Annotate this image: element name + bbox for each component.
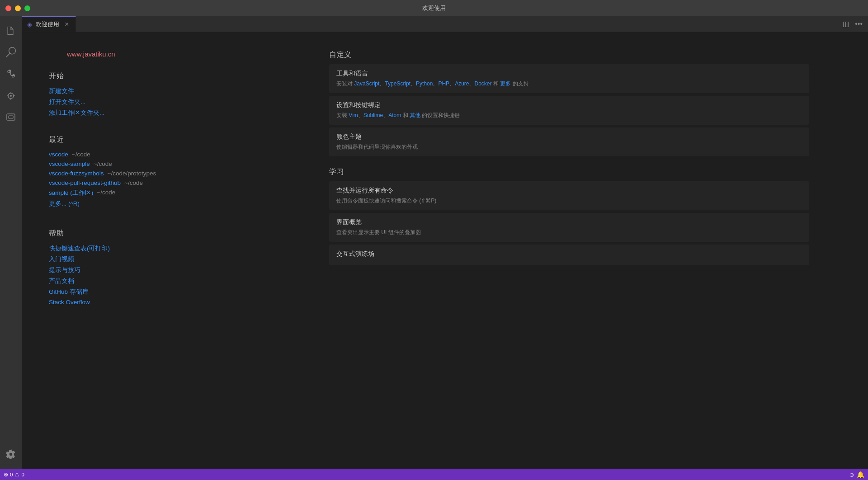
learn-section-title: 学习 [329, 167, 809, 177]
recent-item-name[interactable]: vscode-pull-request-github [49, 179, 121, 186]
error-count[interactable]: ⊗ 0 ⚠ 0 [4, 471, 24, 478]
color-theme-card[interactable]: 颜色主题 使编辑器和代码呈现你喜欢的外观 [329, 127, 809, 156]
sidebar-item-source-control[interactable] [0, 63, 22, 85]
new-file-link[interactable]: 新建文件 [49, 87, 302, 95]
list-item: vscode-pull-request-github ~/code [49, 179, 302, 186]
color-theme-desc: 使编辑器和代码呈现你喜欢的外观 [336, 143, 802, 151]
product-docs-link[interactable]: 产品文档 [49, 277, 302, 285]
recent-item-path: ~/code [124, 179, 143, 186]
activity-bar [0, 16, 22, 469]
settings-keybindings-card[interactable]: 设置和按键绑定 安装 Vim、Sublime、Atom 和 其他 的设置和快捷键 [329, 96, 809, 125]
highlight-ts: TypeScript [385, 80, 410, 87]
tab-icon: ◈ [27, 21, 32, 28]
highlight-py: Python [416, 80, 433, 87]
recent-section-title: 最近 [49, 135, 302, 145]
settings-keybindings-title: 设置和按键绑定 [336, 101, 802, 109]
maximize-button[interactable] [24, 5, 30, 11]
recent-item-name[interactable]: vscode [49, 151, 68, 158]
stack-overflow-link[interactable]: Stack Overflow [49, 299, 302, 306]
keyboard-shortcut-link[interactable]: 快捷键速查表(可打印) [49, 245, 302, 253]
smiley-icon[interactable]: ☺ [849, 471, 855, 478]
color-theme-title: 颜色主题 [336, 133, 802, 141]
tab-actions: ••• [840, 16, 868, 32]
highlight-vim: Vim [349, 112, 358, 118]
interface-overview-card[interactable]: 界面概览 查看突出显示主要 UI 组件的叠加图 [329, 213, 809, 242]
tab-welcome[interactable]: ◈ 欢迎使用 × [22, 16, 76, 32]
start-section: 开始 新建文件 打开文件夹... 添加工作区文件夹... [49, 71, 302, 117]
recent-item-name[interactable]: vscode-fuzzsymbols [49, 170, 104, 177]
tab-label: 欢迎使用 [36, 20, 59, 28]
start-section-title: 开始 [49, 71, 302, 81]
customize-section-title: 自定义 [329, 50, 809, 60]
sidebar-item-settings[interactable] [0, 443, 22, 465]
help-section: 帮助 快捷键速查表(可打印) 入门视频 提示与技巧 产品文档 GitHub 存储… [49, 229, 302, 306]
intro-video-link[interactable]: 入门视频 [49, 255, 302, 264]
recent-more: 更多... (^R) [49, 200, 302, 211]
recent-section: 最近 vscode ~/code vscode-sample ~/code vs… [49, 135, 302, 211]
split-editor-button[interactable] [840, 18, 851, 30]
recent-item-name[interactable]: sample (工作区) [49, 189, 93, 197]
titlebar: 欢迎使用 [0, 0, 868, 16]
recent-item-name[interactable]: vscode-sample [49, 160, 90, 167]
highlight-js: JavaScript [354, 80, 379, 87]
minimize-button[interactable] [15, 5, 21, 11]
recent-item-path: ~/code [94, 160, 112, 167]
interface-overview-desc: 查看突出显示主要 UI 组件的叠加图 [336, 228, 802, 236]
window-title: 欢迎使用 [422, 4, 446, 12]
status-bar-left: ⊗ 0 ⚠ 0 [4, 471, 24, 478]
list-item: vscode ~/code [49, 151, 302, 158]
list-item: vscode-sample ~/code [49, 160, 302, 167]
highlight-other: 其他 [410, 112, 420, 118]
welcome-page: www.javatiku.cn 开始 新建文件 打开文件夹... 添加工作区文件… [22, 32, 868, 469]
tips-tricks-link[interactable]: 提示与技巧 [49, 266, 302, 274]
tools-languages-desc: 安装对 JavaScript、TypeScript、Python、PHP、Azu… [336, 80, 802, 88]
interactive-playground-title: 交互式演练场 [336, 250, 802, 258]
find-commands-card[interactable]: 查找并运行所有命令 使用命令面板快速访问和搜索命令 (⇧⌘P) [329, 181, 809, 210]
open-folder-link[interactable]: 打开文件夹... [49, 98, 302, 106]
welcome-right: 自定义 工具和语言 安装对 JavaScript、TypeScript、Pyth… [329, 50, 809, 451]
github-repo-link[interactable]: GitHub 存储库 [49, 288, 302, 296]
tools-languages-card[interactable]: 工具和语言 安装对 JavaScript、TypeScript、Python、P… [329, 64, 809, 93]
tab-bar: ◈ 欢迎使用 × ••• [22, 16, 868, 32]
list-item: vscode-fuzzsymbols ~/code/prototypes [49, 170, 302, 177]
list-item: sample (工作区) ~/code [49, 189, 302, 197]
interface-overview-title: 界面概览 [336, 218, 802, 226]
settings-keybindings-desc: 安装 Vim、Sublime、Atom 和 其他 的设置和快捷键 [336, 111, 802, 119]
warning-number: 0 [21, 472, 24, 477]
app-body: ◈ 欢迎使用 × ••• www.javatiku.cn [0, 16, 868, 469]
more-recent-link[interactable]: 更多... (^R) [49, 200, 80, 208]
highlight-azure: Azure [455, 80, 469, 87]
watermark: www.javatiku.cn [67, 50, 302, 58]
sidebar-item-remote[interactable] [0, 107, 22, 128]
svg-rect-6 [7, 114, 15, 120]
warning-icon: ⚠ [14, 471, 19, 478]
interactive-playground-card[interactable]: 交互式演练场 [329, 245, 809, 265]
welcome-left: www.javatiku.cn 开始 新建文件 打开文件夹... 添加工作区文件… [49, 50, 302, 451]
find-commands-title: 查找并运行所有命令 [336, 187, 802, 195]
sidebar-item-search[interactable] [0, 42, 22, 63]
recent-item-path: ~/code [72, 151, 90, 158]
recent-item-path: ~/code/prototypes [108, 170, 156, 177]
more-actions-button[interactable]: ••• [853, 18, 864, 30]
activity-bar-bottom [0, 443, 22, 465]
highlight-more: 更多 [500, 80, 511, 87]
notification-icon[interactable]: 🔔 [857, 471, 864, 478]
highlight-sublime: Sublime [363, 112, 383, 118]
status-bar: ⊗ 0 ⚠ 0 ☺ 🔔 [0, 469, 868, 480]
help-section-title: 帮助 [49, 229, 302, 238]
status-bar-right: ☺ 🔔 [849, 471, 864, 478]
tab-close-button[interactable]: × [65, 20, 69, 28]
sidebar-item-explorer[interactable] [0, 20, 22, 42]
svg-point-5 [10, 95, 12, 97]
error-number: 0 [10, 472, 13, 477]
editor-area: ◈ 欢迎使用 × ••• www.javatiku.cn [22, 16, 868, 469]
highlight-php: PHP [438, 80, 449, 87]
recent-item-path: ~/code [97, 189, 115, 197]
scrollbar-track[interactable] [836, 50, 841, 451]
add-workspace-folder-link[interactable]: 添加工作区文件夹... [49, 109, 302, 117]
sidebar-item-extensions[interactable] [0, 85, 22, 107]
find-commands-desc: 使用命令面板快速访问和搜索命令 (⇧⌘P) [336, 197, 802, 205]
close-button[interactable] [5, 5, 11, 11]
highlight-atom: Atom [388, 112, 401, 118]
tools-languages-title: 工具和语言 [336, 70, 802, 78]
